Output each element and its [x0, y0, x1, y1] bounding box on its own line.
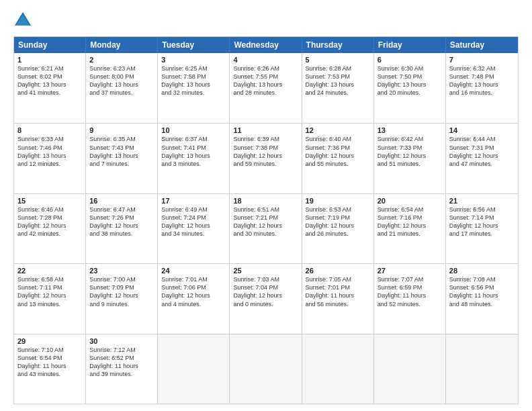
- calendar-cell: 13Sunrise: 6:42 AMSunset: 7:33 PMDayligh…: [374, 124, 446, 193]
- cell-info: Sunrise: 7:10 AM: [17, 346, 82, 354]
- day-number: 8: [17, 126, 82, 134]
- calendar-cell: 2Sunrise: 6:23 AMSunset: 8:00 PMDaylight…: [86, 53, 158, 123]
- cell-info: and 37 minutes.: [89, 89, 154, 97]
- day-number: 6: [378, 56, 442, 64]
- cell-info: Sunrise: 6:30 AM: [378, 64, 442, 73]
- cell-info: Sunrise: 6:39 AM: [233, 135, 298, 143]
- cell-info: Sunset: 7:24 PM: [161, 214, 226, 222]
- day-number: 20: [378, 197, 442, 205]
- day-number: 10: [161, 126, 226, 134]
- day-number: 30: [89, 337, 154, 345]
- cell-info: and 3 minutes.: [161, 160, 226, 168]
- calendar-row-4: 22Sunrise: 6:58 AMSunset: 7:11 PMDayligh…: [14, 263, 518, 333]
- cell-info: Sunrise: 6:44 AM: [449, 135, 515, 143]
- cell-info: and 20 minutes.: [378, 89, 442, 97]
- cell-info: and 51 minutes.: [378, 160, 442, 168]
- cell-info: and 28 minutes.: [233, 89, 298, 97]
- cell-info: Daylight: 13 hours: [17, 81, 82, 89]
- cell-info: Sunset: 8:00 PM: [89, 73, 154, 81]
- day-number: 7: [449, 56, 515, 64]
- cell-info: Daylight: 13 hours: [89, 152, 154, 160]
- cell-info: Sunrise: 6:58 AM: [17, 275, 82, 283]
- cell-info: and 48 minutes.: [449, 300, 515, 308]
- cell-info: Sunset: 6:59 PM: [378, 283, 442, 291]
- cell-info: Sunset: 7:55 PM: [233, 73, 298, 81]
- cell-info: and 7 minutes.: [89, 160, 154, 168]
- cell-info: Sunset: 7:28 PM: [17, 214, 82, 222]
- cell-info: and 21 minutes.: [378, 230, 442, 238]
- cell-info: and 30 minutes.: [233, 230, 298, 238]
- cell-info: Sunset: 7:06 PM: [161, 283, 226, 291]
- day-number: 4: [233, 56, 298, 64]
- cell-info: Daylight: 13 hours: [233, 81, 298, 89]
- day-number: 15: [17, 197, 82, 205]
- cell-info: and 12 minutes.: [17, 160, 82, 168]
- calendar-cell: 16Sunrise: 6:47 AMSunset: 7:26 PMDayligh…: [86, 194, 158, 263]
- cell-info: Sunset: 7:58 PM: [161, 73, 226, 81]
- cell-info: Daylight: 12 hours: [233, 291, 298, 300]
- cell-info: Daylight: 12 hours: [378, 222, 442, 230]
- header: [13, 11, 519, 30]
- cell-info: Sunset: 7:11 PM: [17, 283, 82, 291]
- cell-info: and 59 minutes.: [233, 160, 298, 168]
- cell-info: Daylight: 12 hours: [161, 291, 226, 300]
- cell-info: Sunrise: 6:33 AM: [17, 135, 82, 143]
- cell-info: Sunset: 6:54 PM: [17, 354, 82, 362]
- weekday-header-monday: Monday: [86, 37, 158, 53]
- weekday-header-tuesday: Tuesday: [158, 37, 230, 53]
- cell-info: Sunset: 8:02 PM: [17, 73, 82, 81]
- cell-info: and 17 minutes.: [449, 230, 515, 238]
- calendar-cell: 21Sunrise: 6:56 AMSunset: 7:14 PMDayligh…: [446, 194, 518, 263]
- calendar-cell: 30Sunrise: 7:12 AMSunset: 6:52 PMDayligh…: [86, 334, 158, 404]
- weekday-header-thursday: Thursday: [302, 37, 374, 53]
- calendar-cell: [158, 334, 230, 404]
- cell-info: Sunset: 7:09 PM: [89, 283, 154, 291]
- cell-info: Daylight: 13 hours: [17, 152, 82, 160]
- cell-info: Sunset: 6:52 PM: [89, 354, 154, 362]
- cell-info: Daylight: 12 hours: [17, 222, 82, 230]
- calendar-row-1: 1Sunrise: 6:21 AMSunset: 8:02 PMDaylight…: [14, 53, 518, 123]
- cell-info: Daylight: 12 hours: [378, 152, 442, 160]
- calendar-cell: 6Sunrise: 6:30 AMSunset: 7:50 PMDaylight…: [374, 53, 446, 123]
- cell-info: Daylight: 12 hours: [306, 152, 370, 160]
- calendar-cell: 3Sunrise: 6:25 AMSunset: 7:58 PMDaylight…: [158, 53, 230, 123]
- calendar-cell: 4Sunrise: 6:26 AMSunset: 7:55 PMDaylight…: [230, 53, 302, 123]
- cell-info: Sunset: 7:04 PM: [233, 283, 298, 291]
- cell-info: Daylight: 11 hours: [306, 291, 370, 300]
- cell-info: Sunrise: 6:28 AM: [306, 64, 370, 73]
- calendar-cell: 19Sunrise: 6:53 AMSunset: 7:19 PMDayligh…: [302, 194, 374, 263]
- cell-info: Daylight: 11 hours: [89, 362, 154, 370]
- cell-info: Sunset: 7:26 PM: [89, 214, 154, 222]
- cell-info: Sunset: 7:31 PM: [449, 144, 515, 152]
- cell-info: Daylight: 11 hours: [378, 291, 442, 300]
- cell-info: Daylight: 12 hours: [89, 222, 154, 230]
- cell-info: Sunrise: 6:21 AM: [17, 64, 82, 73]
- cell-info: and 41 minutes.: [17, 89, 82, 97]
- cell-info: and 16 minutes.: [449, 89, 515, 97]
- cell-info: Daylight: 13 hours: [89, 81, 154, 89]
- day-number: 14: [449, 126, 515, 134]
- day-number: 26: [306, 267, 370, 275]
- weekday-header-friday: Friday: [374, 37, 446, 53]
- cell-info: Sunset: 7:41 PM: [161, 144, 226, 152]
- cell-info: Sunset: 7:21 PM: [233, 214, 298, 222]
- day-number: 16: [89, 197, 154, 205]
- cell-info: and 26 minutes.: [306, 230, 370, 238]
- cell-info: and 24 minutes.: [306, 89, 370, 97]
- cell-info: Sunset: 7:46 PM: [17, 144, 82, 152]
- calendar-cell: 1Sunrise: 6:21 AMSunset: 8:02 PMDaylight…: [14, 53, 86, 123]
- day-number: 18: [233, 197, 298, 205]
- calendar-cell: 27Sunrise: 7:07 AMSunset: 6:59 PMDayligh…: [374, 264, 446, 333]
- cell-info: Daylight: 13 hours: [161, 152, 226, 160]
- weekday-header-sunday: Sunday: [14, 37, 86, 53]
- calendar-cell: 25Sunrise: 7:03 AMSunset: 7:04 PMDayligh…: [230, 264, 302, 333]
- calendar-cell: 20Sunrise: 6:54 AMSunset: 7:16 PMDayligh…: [374, 194, 446, 263]
- calendar-cell: 29Sunrise: 7:10 AMSunset: 6:54 PMDayligh…: [14, 334, 86, 404]
- calendar-cell: 28Sunrise: 7:08 AMSunset: 6:56 PMDayligh…: [446, 264, 518, 333]
- cell-info: and 56 minutes.: [306, 300, 370, 308]
- cell-info: Sunrise: 6:37 AM: [161, 135, 226, 143]
- day-number: 9: [89, 126, 154, 134]
- cell-info: Sunrise: 6:49 AM: [161, 205, 226, 214]
- day-number: 19: [306, 197, 370, 205]
- calendar-cell: 14Sunrise: 6:44 AMSunset: 7:31 PMDayligh…: [446, 124, 518, 193]
